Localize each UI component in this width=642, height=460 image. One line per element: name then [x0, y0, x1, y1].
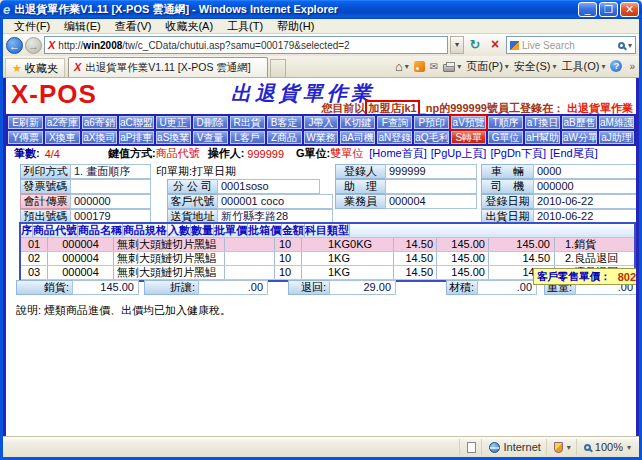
function-button[interactable]: aW分單 — [562, 131, 597, 144]
favorites-star-icon: ★ — [12, 62, 22, 75]
function-button[interactable]: X換車 — [45, 131, 80, 144]
active-tab[interactable]: X 出退貨單作業V1.11 [X-POS 雲通網] — [68, 57, 268, 77]
function-button[interactable]: aV預覽 — [451, 116, 486, 129]
invoice-field[interactable] — [70, 179, 151, 194]
unit-mode-label: G單位: — [296, 146, 330, 161]
search-dropdown-icon[interactable]: ▾ — [628, 41, 632, 50]
back-button[interactable]: ← — [6, 37, 23, 54]
page-nav-link[interactable]: [PgUp上頁] — [431, 146, 487, 161]
function-button[interactable]: aB歷售 — [562, 116, 597, 129]
zone-label: Internet — [504, 441, 541, 453]
function-button[interactable]: aJ助理 — [599, 131, 634, 144]
function-button[interactable]: aS換業 — [156, 131, 191, 144]
table-header-cell: 商品代號 — [33, 224, 78, 237]
function-button[interactable]: aM維護 — [599, 116, 634, 129]
status-bar: Internet ▾ 100% ▾ — [3, 436, 639, 457]
help-button[interactable]: ? — [610, 60, 622, 72]
function-button[interactable]: Z商品 — [267, 131, 302, 144]
protected-mode-panel[interactable]: ▾ — [549, 439, 577, 455]
zoom-control[interactable]: 100% ▾ — [579, 439, 636, 455]
search-input[interactable]: Live Search ▾ — [506, 36, 636, 54]
function-button[interactable]: E刷新 — [8, 116, 43, 129]
print-mode-field[interactable]: 1. 畫面順序 — [70, 164, 151, 179]
function-button[interactable]: aP排車 — [119, 131, 154, 144]
function-button[interactable]: aC聯盟 — [119, 116, 154, 129]
assistant-field[interactable] — [385, 179, 477, 194]
volume-total-label: 材積: — [446, 280, 478, 295]
menu-item[interactable]: 收藏夹(A) — [158, 19, 220, 34]
mail-button[interactable]: ✉ — [430, 61, 438, 72]
url-text: http://win2008/tw/c_CData/chutui.asp?sam… — [58, 40, 349, 51]
discount-total-field: .00 — [198, 280, 268, 295]
table-row[interactable]: 01 000004 無刺大頭鰱切片黑鯧 10 1KG0KG 14.50 145.… — [21, 238, 634, 252]
function-button[interactable]: aN登錄 — [377, 131, 412, 144]
minimize-button[interactable]: _ — [578, 2, 597, 17]
address-dropdown-icon[interactable]: ▾ — [450, 36, 464, 54]
menu-item[interactable]: 文件(F) — [7, 19, 57, 34]
status-page-panel — [462, 439, 482, 455]
function-button[interactable]: U更正 — [156, 116, 191, 129]
function-button[interactable]: a6寄銷 — [82, 116, 117, 129]
page-nav-link[interactable]: [End尾頁] — [550, 146, 598, 161]
function-button[interactable]: D刪除 — [193, 116, 228, 129]
address-field[interactable]: X http://win2008/tw/c_CData/chutui.asp?s… — [44, 36, 448, 54]
function-button[interactable]: W業務 — [304, 131, 339, 144]
stop-button[interactable]: × — [486, 36, 504, 54]
new-tab-stub[interactable] — [270, 59, 286, 77]
vehicle-field[interactable]: 0000 — [533, 164, 638, 179]
maximize-button[interactable]: ❐ — [599, 2, 618, 17]
function-button[interactable]: V查量 — [193, 131, 228, 144]
reg-date-field[interactable]: 2010-06-22 — [533, 194, 638, 209]
driver-field[interactable]: 000000 — [533, 179, 638, 194]
function-button[interactable]: a2寄庫 — [45, 116, 80, 129]
cell-product-code: 000004 — [48, 252, 114, 265]
info-line: 筆數: 4/4 鍵值方式: 商品代號 操作人: 999999 G單位: 雙單位 … — [14, 146, 634, 161]
function-button[interactable]: K切鍵 — [340, 116, 375, 129]
function-button[interactable]: T順序 — [488, 116, 523, 129]
function-button[interactable]: G單位 — [488, 131, 523, 144]
page-nav-link[interactable]: [Home首頁] — [369, 146, 426, 161]
tools-menu-button[interactable]: 工具(O)▾ — [562, 59, 606, 74]
salesman-field[interactable]: 000004 — [385, 194, 477, 209]
table-row[interactable]: 02 000004 無刺大頭鰱切片黑鯧 10 1KG 14.50 145.00 … — [21, 252, 634, 266]
function-button[interactable]: aX換司 — [82, 131, 117, 144]
function-button[interactable]: L客戶 — [230, 131, 265, 144]
registrant-field[interactable]: 999999 — [385, 164, 477, 179]
favorites-button[interactable]: ★ 收藏夹 — [5, 58, 65, 77]
vehicle-label: 車 輛 — [481, 164, 534, 179]
refresh-button[interactable]: ↻ — [466, 36, 484, 54]
function-button[interactable]: aT換日 — [525, 116, 560, 129]
toolbar-overflow-chevron[interactable]: » — [629, 61, 635, 72]
function-button[interactable]: F查詢 — [377, 116, 412, 129]
function-button[interactable]: J帶入 — [304, 116, 339, 129]
forward-button[interactable]: → — [25, 37, 42, 54]
assistant-label: 助 理 — [335, 179, 386, 194]
zoom-magnifier-icon — [584, 444, 591, 451]
feeds-button[interactable] — [414, 61, 425, 72]
voucher-field[interactable]: 000000 — [70, 194, 151, 209]
customer-field[interactable]: 000001 coco — [217, 194, 333, 209]
function-button[interactable]: S轉單 — [451, 131, 486, 144]
home-button[interactable]: ⌂▾ — [395, 59, 409, 74]
close-button[interactable]: ✕ — [620, 2, 639, 17]
function-button[interactable]: B客定 — [267, 116, 302, 129]
safety-menu-button[interactable]: 安全(S)▾ — [514, 59, 557, 74]
volume-total-field: .00 — [477, 280, 537, 295]
page-menu-button[interactable]: 页面(P)▾ — [466, 59, 509, 74]
function-button[interactable]: Y傳票 — [8, 131, 43, 144]
page-nav-link[interactable]: [PgDn下頁] — [490, 146, 546, 161]
function-button[interactable]: P預印 — [414, 116, 449, 129]
search-magnifier-icon[interactable] — [618, 42, 625, 49]
print-button[interactable]: ▾ — [443, 61, 461, 72]
function-button[interactable]: R出貨 — [230, 116, 265, 129]
menu-item[interactable]: 编辑(E) — [57, 19, 108, 34]
function-button[interactable]: aH幫助 — [525, 131, 560, 144]
cell-amount: 145.00 — [489, 238, 555, 251]
menu-item[interactable]: 帮助(H) — [270, 19, 321, 34]
menu-item[interactable]: 查看(V) — [108, 19, 159, 34]
menu-item[interactable]: 工具(T) — [220, 19, 270, 34]
branch-field[interactable]: 0001soso — [217, 179, 320, 194]
table-header-cell: 入數 — [168, 224, 191, 237]
function-button[interactable]: aA司機 — [340, 131, 375, 144]
function-button[interactable]: aQ毛利 — [414, 131, 449, 144]
